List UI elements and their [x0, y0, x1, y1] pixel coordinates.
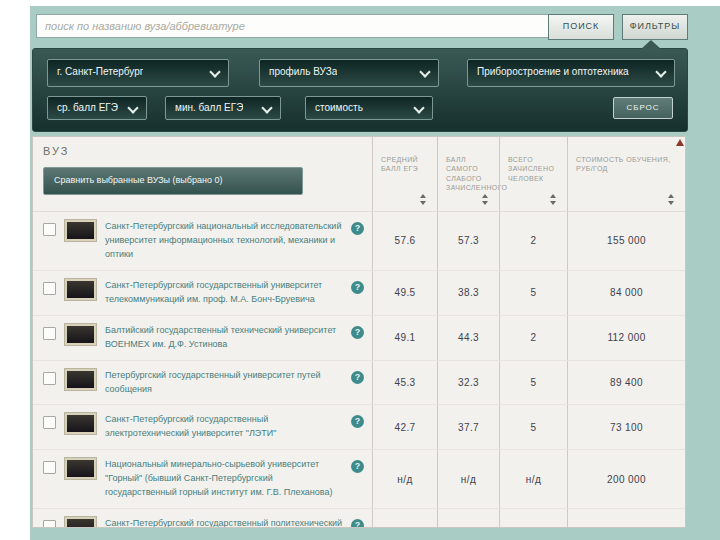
row-checkbox[interactable] [43, 416, 56, 429]
help-icon[interactable]: ? [351, 281, 364, 294]
min-score-dropdown[interactable]: мин. балл ЕГЭ [165, 96, 281, 120]
column-header-label: ВСЕГО ЗАЧИСЛЕНО ЧЕЛОВЕК [508, 156, 554, 182]
enrolled-value: 2 [499, 316, 567, 360]
name-column-header: ВУЗ Сравнить выбранные ВУЗы (выбрано 0) [33, 137, 372, 211]
enrolled-value: 5 [499, 271, 567, 315]
row-checkbox[interactable] [43, 372, 56, 385]
search-button[interactable]: ПОИСК [548, 14, 614, 40]
table-row: Санкт-Петербургский государственный элек… [33, 404, 685, 449]
min-score-value: 38.3 [437, 271, 499, 315]
filter-panel: г. Санкт-Петербург профиль ВУЗа Приборос… [32, 48, 688, 132]
avg-score-value: 49.1 [372, 316, 437, 360]
table-body: Санкт-Петербургский национальный исследо… [33, 212, 685, 528]
chevron-down-icon [261, 102, 272, 113]
search-input[interactable] [36, 14, 552, 38]
university-logo [65, 413, 96, 434]
avg-score-value: 49.5 [372, 271, 437, 315]
cost-value: 84 000 [567, 271, 685, 315]
help-icon[interactable]: ? [351, 371, 364, 384]
avg-score-value: н/д [372, 509, 437, 528]
avg-score-value: 45.3 [372, 361, 437, 405]
search-bar: ПОИСК ФИЛЬТРЫ [36, 14, 686, 38]
university-link[interactable]: Балтийский государственный технический у… [105, 324, 343, 352]
university-link[interactable]: Санкт-Петербургский национальный исследо… [105, 220, 343, 262]
university-logo [65, 279, 96, 300]
cost-value: 89 400 [567, 361, 685, 405]
university-cell: Национальный минерально-сырьевой универс… [33, 450, 372, 508]
row-checkbox[interactable] [43, 282, 56, 295]
chevron-down-icon [419, 66, 430, 77]
cost-value: 155 000 [567, 212, 685, 270]
avg-score-dropdown-label: ср. балл ЕГЭ [57, 102, 118, 113]
help-icon[interactable]: ? [351, 415, 364, 428]
help-icon[interactable]: ? [351, 519, 364, 528]
enrolled-value: н/д [499, 450, 567, 508]
page-background: ПОИСК ФИЛЬТРЫ г. Санкт-Петербург профиль… [30, 6, 720, 540]
cost-value: 200 000 [567, 450, 685, 508]
avg-score-value: н/д [372, 450, 437, 508]
table-row: Санкт-Петербургский государственный поли… [33, 508, 685, 528]
university-logo [65, 458, 96, 479]
chevron-down-icon [413, 102, 424, 113]
help-icon[interactable]: ? [351, 326, 364, 339]
sort-icon[interactable] [482, 194, 489, 205]
cost-dropdown-label: стоимость [315, 102, 363, 113]
city-dropdown[interactable]: г. Санкт-Петербург [47, 59, 229, 87]
university-cell: Санкт-Петербургский государственный унив… [33, 271, 372, 315]
university-cell: Петербургский государственный университе… [33, 361, 372, 405]
help-icon[interactable]: ? [351, 222, 364, 235]
help-icon[interactable]: ? [351, 460, 364, 473]
university-logo [65, 220, 96, 241]
university-link[interactable]: Петербургский государственный университе… [105, 369, 343, 397]
column-header-min-score[interactable]: БАЛЛ САМОГО СЛАБОГО ЗАЧИСЛЕННОГО [437, 137, 499, 211]
university-link[interactable]: Санкт-Петербургский государственный поли… [105, 517, 343, 528]
sort-icon[interactable] [420, 194, 427, 205]
sort-icon[interactable] [550, 194, 557, 205]
column-header-cost[interactable]: СТОИМОСТЬ ОБУЧЕНИЯ, РУБ/ГОД [567, 137, 685, 211]
min-score-value: н/д [437, 450, 499, 508]
cost-value: 120 000 [567, 509, 685, 528]
profile-dropdown-label: профиль ВУЗа [269, 66, 337, 77]
column-header-label: СТОИМОСТЬ ОБУЧЕНИЯ, РУБ/ГОД [576, 156, 671, 172]
city-dropdown-label: г. Санкт-Петербург [57, 66, 143, 77]
filters-button[interactable]: ФИЛЬТРЫ [622, 14, 688, 40]
university-cell: Санкт-Петербургский государственный элек… [33, 405, 372, 449]
column-header-avg-score[interactable]: СРЕДНИЙ БАЛЛ ЕГЭ [372, 137, 437, 211]
enrolled-value: н/д [499, 509, 567, 528]
speciality-dropdown-label: Приборостроение и оптотехника [477, 66, 629, 77]
avg-score-value: 42.7 [372, 405, 437, 449]
university-cell: Балтийский государственный технический у… [33, 316, 372, 360]
min-score-value: 37.7 [437, 405, 499, 449]
university-cell: Санкт-Петербургский государственный поли… [33, 509, 372, 528]
cost-value: 73 100 [567, 405, 685, 449]
row-checkbox[interactable] [43, 520, 56, 528]
cost-dropdown[interactable]: стоимость [305, 96, 433, 120]
min-score-value: 32.3 [437, 361, 499, 405]
university-link[interactable]: Санкт-Петербургский государственный унив… [105, 279, 343, 307]
chevron-down-icon [127, 102, 138, 113]
table-header: ВУЗ Сравнить выбранные ВУЗы (выбрано 0) … [33, 137, 685, 212]
column-header-enrolled[interactable]: ВСЕГО ЗАЧИСЛЕНО ЧЕЛОВЕК [499, 137, 567, 211]
university-link[interactable]: Национальный минерально-сырьевой универс… [105, 458, 343, 500]
speciality-dropdown[interactable]: Приборостроение и оптотехника [467, 59, 675, 87]
table-row: Балтийский государственный технический у… [33, 315, 685, 360]
university-link[interactable]: Санкт-Петербургский государственный элек… [105, 413, 343, 441]
row-checkbox[interactable] [43, 223, 56, 236]
compare-button[interactable]: Сравнить выбранные ВУЗы (выбрано 0) [43, 167, 303, 195]
table-row: Санкт-Петербургский национальный исследо… [33, 212, 685, 270]
enrolled-value: 5 [499, 405, 567, 449]
sort-icon[interactable] [668, 194, 675, 205]
profile-dropdown[interactable]: профиль ВУЗа [259, 59, 439, 87]
min-score-value: н/д [437, 509, 499, 528]
row-checkbox[interactable] [43, 327, 56, 340]
table-row: Петербургский государственный университе… [33, 360, 685, 405]
enrolled-value: 2 [499, 212, 567, 270]
reset-button[interactable]: СБРОС [613, 97, 673, 119]
avg-score-dropdown[interactable]: ср. балл ЕГЭ [47, 96, 147, 120]
panel-pointer-icon [641, 40, 661, 49]
row-checkbox[interactable] [43, 461, 56, 474]
university-cell: Санкт-Петербургский национальный исследо… [33, 212, 372, 270]
avg-score-value: 57.6 [372, 212, 437, 270]
table-row: Санкт-Петербургский государственный унив… [33, 270, 685, 315]
cost-value: 112 000 [567, 316, 685, 360]
